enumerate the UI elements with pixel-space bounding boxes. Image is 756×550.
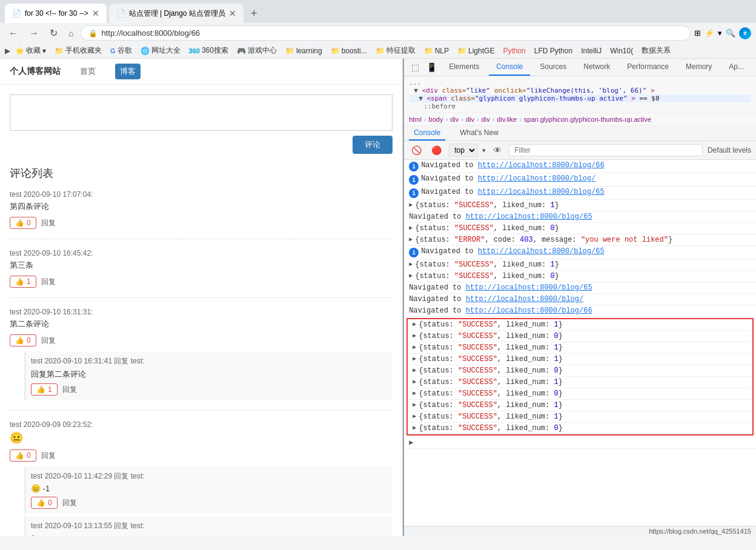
sub-comment-3-1-reply-link[interactable]: 回复: [62, 385, 77, 395]
hl-expand-4[interactable]: ▶: [413, 355, 416, 362]
devtools-device-button[interactable]: 📱: [424, 61, 439, 73]
console-context-select[interactable]: top: [449, 144, 477, 157]
hl-expand-1[interactable]: ▶: [413, 320, 416, 328]
bookmark-win10[interactable]: Win10(: [606, 45, 637, 56]
bookmark-learning[interactable]: 📁 learning: [282, 45, 326, 56]
dom-div-2[interactable]: div: [466, 116, 474, 123]
hl-expand-2[interactable]: ▶: [413, 332, 416, 339]
nav-home[interactable]: 首页: [75, 64, 101, 79]
console-log-button[interactable]: 🔴: [429, 144, 444, 156]
devtools-tab-network[interactable]: Network: [576, 59, 617, 76]
devtools-tab-memory[interactable]: Memory: [678, 59, 719, 76]
dom-html[interactable]: html: [409, 116, 422, 123]
bookmark-python1[interactable]: Python: [499, 45, 529, 56]
bookmark-data[interactable]: 数据关系: [638, 44, 674, 57]
dom-div-3[interactable]: div: [482, 116, 490, 123]
console-tab-whats-new[interactable]: What's New: [455, 126, 503, 141]
sub-comment-4-1: test 2020-09-10 11:42:29 回复 test: 😐 -1 👍…: [24, 466, 393, 514]
hl-expand-8[interactable]: ▶: [413, 401, 416, 408]
address-bar[interactable]: 🔒 http://localhost:8000/blog/66: [81, 25, 691, 41]
tab-1-close[interactable]: ✕: [92, 8, 99, 18]
devtools-tab-app[interactable]: Ap...: [721, 59, 751, 76]
devtools-tab-elements[interactable]: Elements: [442, 59, 486, 76]
forward-button[interactable]: →: [25, 27, 42, 40]
bookmark-mobile[interactable]: 📁 手机收藏夹: [51, 44, 105, 57]
grid-icon[interactable]: ⊞: [694, 28, 701, 38]
expand-arrow-2[interactable]: ▶: [409, 224, 413, 231]
console-filter-input[interactable]: [509, 144, 703, 156]
bookmark-360[interactable]: 360 360搜索: [185, 44, 232, 57]
refresh-button[interactable]: ↻: [46, 26, 61, 40]
back-button[interactable]: ←: [5, 27, 22, 40]
search-icon[interactable]: 🔍: [726, 28, 735, 38]
nav-blog[interactable]: 博客: [115, 64, 141, 79]
comment-submit-button[interactable]: 评论: [353, 136, 393, 154]
hl-expand-10[interactable]: ▶: [413, 424, 416, 431]
bookmark-favorites[interactable]: ⭐ 收藏 ▾: [12, 44, 50, 57]
comment-2-like-button[interactable]: 👍 1: [10, 276, 36, 288]
bookmark-lightge[interactable]: 📁 LightGE: [454, 45, 498, 56]
comment-3-reply-link[interactable]: 回复: [41, 336, 56, 346]
navigate-link-7[interactable]: http://localhost:8000/blog/: [466, 295, 583, 303]
comment-4-like-button[interactable]: 👍 0: [10, 449, 36, 462]
hl-expand-9[interactable]: ▶: [413, 413, 416, 420]
log-icon-2: i: [409, 175, 419, 185]
sub-comment-3-1-like-button[interactable]: 👍 1: [31, 383, 58, 396]
hl-expand-7[interactable]: ▶: [413, 389, 416, 397]
source-line-3: ::before: [409, 102, 751, 110]
console-secondary-bar: 🚫 🔴 top ▾ 👁 Default levels: [404, 141, 756, 160]
navigate-link-5[interactable]: http://localhost:8000/blog/65: [478, 247, 605, 256]
sub-comment-4-1-like-button[interactable]: 👍 0: [31, 497, 58, 509]
expand-arrow-err[interactable]: ▶: [409, 236, 413, 243]
expand-arrow-4[interactable]: ▶: [409, 272, 413, 279]
bookmark-google[interactable]: G 谷歌: [107, 44, 136, 57]
home-button[interactable]: ⌂: [65, 27, 77, 39]
navigate-link-8[interactable]: http://localhost:8000/blog/66: [466, 306, 592, 315]
bookmark-features[interactable]: 📁 特征提取: [372, 44, 419, 57]
new-tab-button[interactable]: +: [246, 5, 262, 22]
navigate-link-2[interactable]: http://localhost:8000/blog/: [478, 174, 595, 183]
hl-expand-6[interactable]: ▶: [413, 378, 416, 385]
bookmarks-toggle[interactable]: ▶: [5, 47, 10, 55]
bookmark-lfd-python[interactable]: LFD Python: [531, 45, 576, 56]
bookmark-intellij[interactable]: IntelliJ: [577, 45, 605, 56]
navigate-link-1[interactable]: http://localhost:8000/blog/66: [478, 161, 605, 170]
comment-textarea[interactable]: [10, 94, 393, 131]
lightning-icon[interactable]: ⚡: [705, 28, 714, 38]
console-input[interactable]: [416, 438, 751, 446]
navigate-link-3[interactable]: http://localhost:8000/blog/65: [478, 188, 605, 196]
expand-arrow-1[interactable]: ▶: [409, 201, 413, 208]
console-clear-button[interactable]: 🚫: [409, 144, 424, 156]
bookmark-nlp[interactable]: 📁 NLP: [420, 45, 453, 56]
dom-div-like[interactable]: div.like: [497, 116, 517, 123]
comment-4-reply-link[interactable]: 回复: [41, 451, 56, 461]
navigate-link-6[interactable]: http://localhost:8000/blog/65: [466, 283, 592, 292]
bookmark-urls[interactable]: 🌐 网址大全: [137, 44, 184, 57]
devtools-tab-sources[interactable]: Sources: [532, 59, 574, 76]
devtools-tab-console[interactable]: Console: [489, 59, 530, 76]
sub-comment-4-1-reply-link[interactable]: 回复: [62, 498, 77, 508]
tab-2[interactable]: 📄 站点管理 | Django 站点管理员 ✕: [109, 4, 244, 23]
dom-div-1[interactable]: div: [450, 116, 459, 123]
comment-3-like-button[interactable]: 👍 0: [10, 334, 36, 346]
devtools-tab-performance[interactable]: Performance: [620, 59, 676, 76]
comment-2-reply-link[interactable]: 回复: [41, 277, 56, 287]
console-tab-console[interactable]: Console: [409, 126, 445, 141]
expand-arrow-3[interactable]: ▶: [409, 260, 413, 268]
tab-2-close[interactable]: ✕: [229, 8, 236, 18]
console-eye-button[interactable]: 👁: [491, 144, 504, 156]
comment-1-like-button[interactable]: 👍 0: [10, 217, 36, 229]
dom-body[interactable]: body: [429, 116, 443, 123]
bookmark-games[interactable]: 🎮 游戏中心: [233, 44, 280, 57]
comment-1-reply-link[interactable]: 回复: [41, 218, 56, 228]
log-text-obj-3: {status: "SUCCESS", liked_num: 1}: [415, 260, 751, 269]
comment-2-likes: 1: [27, 277, 31, 286]
dom-span-glyphicon[interactable]: span.glyphicon.glyphicon-thumbs-up.activ…: [524, 116, 651, 123]
bookmark-boost[interactable]: 📁 boosti...: [327, 45, 371, 56]
chevron-down-icon[interactable]: ▾: [718, 28, 722, 38]
devtools-inspect-button[interactable]: ⬚: [409, 61, 422, 73]
tab-1[interactable]: 📄 for 30 <!-- for 30 --> ✕: [5, 4, 107, 23]
hl-expand-5[interactable]: ▶: [413, 366, 416, 374]
navigate-link-4[interactable]: http://localhost:8000/blog/65: [466, 213, 592, 221]
hl-expand-3[interactable]: ▶: [413, 343, 416, 351]
